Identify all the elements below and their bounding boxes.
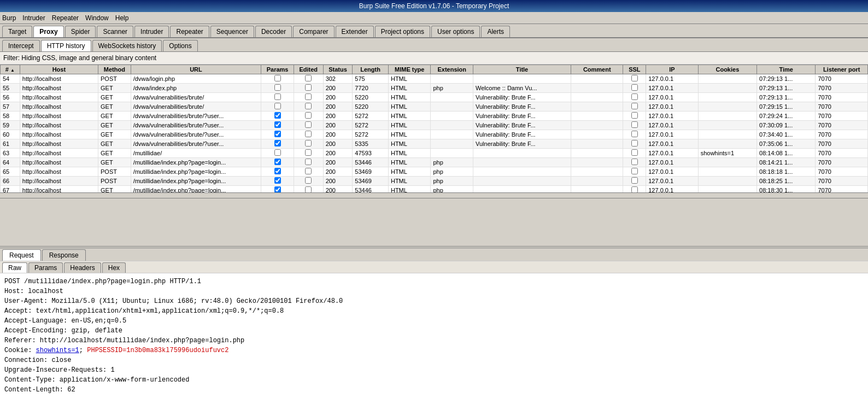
cell-ssl[interactable] <box>623 139 646 149</box>
col-header-num[interactable]: # <box>1 65 20 74</box>
edited-checkbox[interactable] <box>305 112 312 119</box>
tab-proxy[interactable]: Proxy <box>33 26 63 37</box>
col-header-length[interactable]: Length <box>353 65 389 74</box>
tab-intruder[interactable]: Intruder <box>134 26 169 37</box>
table-row[interactable]: 54 http://localhost POST /dvwa/login.php… <box>1 74 868 84</box>
tab-extender[interactable]: Extender <box>336 26 374 37</box>
cell-edited[interactable] <box>294 121 323 130</box>
params-checkbox[interactable] <box>274 159 281 165</box>
format-tab-headers[interactable]: Headers <box>64 262 101 273</box>
ssl-checkbox[interactable] <box>631 84 638 91</box>
cell-edited[interactable] <box>294 158 323 167</box>
ssl-checkbox[interactable] <box>631 159 638 165</box>
cell-params[interactable] <box>261 112 294 121</box>
ssl-checkbox[interactable] <box>631 75 638 81</box>
params-checkbox[interactable] <box>274 177 281 184</box>
cell-params[interactable] <box>261 158 294 167</box>
tab-target[interactable]: Target <box>2 26 32 37</box>
cell-params[interactable] <box>261 177 294 186</box>
menu-window[interactable]: Window <box>85 14 109 22</box>
params-checkbox[interactable] <box>274 84 281 91</box>
tab-sequencer[interactable]: Sequencer <box>210 26 254 37</box>
menu-help[interactable]: Help <box>115 14 129 22</box>
format-tab-params[interactable]: Params <box>28 262 63 273</box>
sub-tab-options[interactable]: Options <box>163 40 197 51</box>
table-row[interactable]: 61 http://localhost GET /dvwa/vulnerabil… <box>1 139 868 149</box>
table-row[interactable]: 57 http://localhost GET /dvwa/vulnerabil… <box>1 102 868 112</box>
params-checkbox[interactable] <box>274 168 281 174</box>
cell-ssl[interactable] <box>623 74 646 84</box>
table-row[interactable]: 63 http://localhost GET /mutillidae/ 200… <box>1 149 868 158</box>
table-row[interactable]: 56 http://localhost GET /dvwa/vulnerabil… <box>1 93 868 102</box>
col-header-time[interactable]: Time <box>757 65 816 74</box>
ssl-checkbox[interactable] <box>631 103 638 109</box>
params-checkbox[interactable] <box>274 112 281 119</box>
col-header-cookies[interactable]: Cookies <box>698 65 756 74</box>
cell-edited[interactable] <box>294 139 323 149</box>
tab-user-options[interactable]: User options <box>431 26 480 37</box>
cell-edited[interactable] <box>294 74 323 84</box>
tab-alerts[interactable]: Alerts <box>481 26 510 37</box>
col-header-edited[interactable]: Edited <box>294 65 323 74</box>
edited-checkbox[interactable] <box>305 121 312 128</box>
req-res-tab-request[interactable]: Request <box>2 249 41 261</box>
table-row[interactable]: 59 http://localhost GET /dvwa/vulnerabil… <box>1 121 868 130</box>
cell-params[interactable] <box>261 93 294 102</box>
col-header-listener[interactable]: Listener port <box>816 65 868 74</box>
cell-edited[interactable] <box>294 130 323 139</box>
edited-checkbox[interactable] <box>305 186 312 193</box>
cell-ssl[interactable] <box>623 112 646 121</box>
format-tab-hex[interactable]: Hex <box>102 262 126 273</box>
table-row[interactable]: 58 http://localhost GET /dvwa/vulnerabil… <box>1 112 868 121</box>
table-row[interactable]: 55 http://localhost GET /dvwa/index.php … <box>1 84 868 93</box>
ssl-checkbox[interactable] <box>631 149 638 156</box>
ssl-checkbox[interactable] <box>631 177 638 184</box>
sub-tab-intercept[interactable]: Intercept <box>2 40 40 51</box>
col-header-ssl[interactable]: SSL <box>623 65 646 74</box>
ssl-checkbox[interactable] <box>631 186 638 193</box>
col-header-ext[interactable]: Extension <box>431 65 473 74</box>
cell-edited[interactable] <box>294 167 323 177</box>
params-checkbox[interactable] <box>274 75 281 81</box>
edited-checkbox[interactable] <box>305 177 312 184</box>
params-checkbox[interactable] <box>274 149 281 156</box>
col-header-status[interactable]: Status <box>323 65 353 74</box>
cell-params[interactable] <box>261 186 294 194</box>
http-history-table-container[interactable]: # Host Method URL Params Edited Status L… <box>0 65 868 193</box>
col-header-url[interactable]: URL <box>131 65 261 74</box>
sub-tab-websockets[interactable]: WebSockets history <box>92 40 162 51</box>
req-res-tab-response[interactable]: Response <box>42 249 86 261</box>
cell-params[interactable] <box>261 74 294 84</box>
edited-checkbox[interactable] <box>305 131 312 137</box>
col-header-ip[interactable]: IP <box>646 65 698 74</box>
cell-params[interactable] <box>261 130 294 139</box>
format-tab-raw[interactable]: Raw <box>2 262 27 273</box>
cell-ssl[interactable] <box>623 130 646 139</box>
col-header-mime[interactable]: MIME type <box>388 65 431 74</box>
ssl-checkbox[interactable] <box>631 140 638 147</box>
menu-burp[interactable]: Burp <box>2 14 16 22</box>
params-checkbox[interactable] <box>274 121 281 128</box>
table-row[interactable]: 60 http://localhost GET /dvwa/vulnerabil… <box>1 130 868 139</box>
cell-edited[interactable] <box>294 177 323 186</box>
cell-params[interactable] <box>261 149 294 158</box>
cell-ssl[interactable] <box>623 93 646 102</box>
col-header-host[interactable]: Host <box>20 65 98 74</box>
edited-checkbox[interactable] <box>305 149 312 156</box>
col-header-method[interactable]: Method <box>98 65 131 74</box>
cell-edited[interactable] <box>294 149 323 158</box>
table-row[interactable]: 64 http://localhost GET /mutillidae/inde… <box>1 158 868 167</box>
edited-checkbox[interactable] <box>305 140 312 147</box>
cell-params[interactable] <box>261 121 294 130</box>
params-checkbox[interactable] <box>274 131 281 137</box>
tab-decoder[interactable]: Decoder <box>255 26 292 37</box>
ssl-checkbox[interactable] <box>631 168 638 174</box>
edited-checkbox[interactable] <box>305 168 312 174</box>
ssl-checkbox[interactable] <box>631 131 638 137</box>
params-checkbox[interactable] <box>274 93 281 100</box>
edited-checkbox[interactable] <box>305 93 312 100</box>
tab-comparer[interactable]: Comparer <box>293 26 334 37</box>
cell-edited[interactable] <box>294 102 323 112</box>
tab-scanner[interactable]: Scanner <box>97 26 133 37</box>
cell-params[interactable] <box>261 84 294 93</box>
